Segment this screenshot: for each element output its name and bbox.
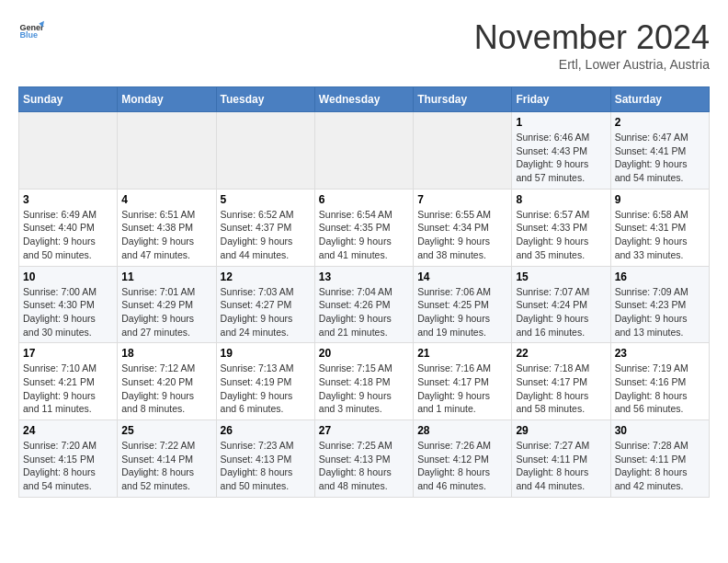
day-number: 13 [319,270,409,283]
calendar-cell: 17Sunrise: 7:10 AMSunset: 4:21 PMDayligh… [19,343,118,420]
day-info: Sunrise: 7:18 AMSunset: 4:17 PMDaylight:… [516,362,606,416]
day-info: Sunrise: 6:46 AMSunset: 4:43 PMDaylight:… [516,131,606,185]
header-wednesday: Wednesday [314,87,413,112]
day-info: Sunrise: 6:47 AMSunset: 4:41 PMDaylight:… [615,131,705,185]
day-info: Sunrise: 7:06 AMSunset: 4:25 PMDaylight:… [417,285,507,339]
header-sunday: Sunday [19,87,118,112]
calendar-cell: 6Sunrise: 6:54 AMSunset: 4:35 PMDaylight… [314,189,413,266]
day-number: 8 [516,193,606,206]
calendar-cell: 19Sunrise: 7:13 AMSunset: 4:19 PMDayligh… [216,343,314,420]
day-info: Sunrise: 6:51 AMSunset: 4:38 PMDaylight:… [121,208,211,262]
day-number: 28 [417,424,507,437]
day-number: 23 [615,347,705,360]
calendar-cell: 11Sunrise: 7:01 AMSunset: 4:29 PMDayligh… [118,266,216,343]
calendar-cell: 23Sunrise: 7:19 AMSunset: 4:16 PMDayligh… [610,343,709,420]
calendar-header: Sunday Monday Tuesday Wednesday Thursday… [19,87,710,112]
calendar-cell: 4Sunrise: 6:51 AMSunset: 4:38 PMDaylight… [118,189,216,266]
day-number: 3 [23,193,113,206]
calendar-cell [414,112,512,190]
day-number: 27 [319,424,409,437]
header-tuesday: Tuesday [216,87,314,112]
page-header: General Blue November 2024 Ertl, Lower A… [18,18,710,72]
calendar-cell [19,112,118,190]
calendar-cell: 16Sunrise: 7:09 AMSunset: 4:23 PMDayligh… [610,266,709,343]
day-info: Sunrise: 7:22 AMSunset: 4:14 PMDaylight:… [121,439,211,493]
day-info: Sunrise: 7:25 AMSunset: 4:13 PMDaylight:… [319,439,409,493]
day-number: 11 [121,270,211,283]
day-number: 15 [516,270,606,283]
day-info: Sunrise: 7:03 AMSunset: 4:27 PMDaylight:… [221,285,311,339]
day-number: 25 [121,424,211,437]
day-info: Sunrise: 6:54 AMSunset: 4:35 PMDaylight:… [319,208,409,262]
calendar-cell: 30Sunrise: 7:28 AMSunset: 4:11 PMDayligh… [610,420,709,498]
day-number: 12 [221,270,311,283]
day-number: 19 [221,347,311,360]
calendar-cell: 13Sunrise: 7:04 AMSunset: 4:26 PMDayligh… [314,266,413,343]
day-number: 20 [319,347,409,360]
calendar-cell: 10Sunrise: 7:00 AMSunset: 4:30 PMDayligh… [19,266,118,343]
day-number: 29 [516,424,606,437]
day-info: Sunrise: 7:16 AMSunset: 4:17 PMDaylight:… [417,362,507,416]
day-number: 4 [121,193,211,206]
calendar-cell: 25Sunrise: 7:22 AMSunset: 4:14 PMDayligh… [118,420,216,498]
calendar-cell [216,112,314,190]
calendar-cell: 18Sunrise: 7:12 AMSunset: 4:20 PMDayligh… [118,343,216,420]
calendar-cell: 9Sunrise: 6:58 AMSunset: 4:31 PMDaylight… [610,189,709,266]
day-info: Sunrise: 7:26 AMSunset: 4:12 PMDaylight:… [417,439,507,493]
calendar-cell: 20Sunrise: 7:15 AMSunset: 4:18 PMDayligh… [314,343,413,420]
calendar-table: Sunday Monday Tuesday Wednesday Thursday… [18,86,710,498]
day-info: Sunrise: 6:52 AMSunset: 4:37 PMDaylight:… [221,208,311,262]
day-info: Sunrise: 7:19 AMSunset: 4:16 PMDaylight:… [615,362,705,416]
location-subtitle: Ertl, Lower Austria, Austria [474,57,710,72]
header-thursday: Thursday [414,87,512,112]
day-info: Sunrise: 7:09 AMSunset: 4:23 PMDaylight:… [615,285,705,339]
day-info: Sunrise: 7:27 AMSunset: 4:11 PMDaylight:… [516,439,606,493]
day-info: Sunrise: 7:23 AMSunset: 4:13 PMDaylight:… [221,439,311,493]
header-monday: Monday [118,87,216,112]
calendar-cell: 14Sunrise: 7:06 AMSunset: 4:25 PMDayligh… [414,266,512,343]
day-number: 16 [615,270,705,283]
day-number: 21 [417,347,507,360]
calendar-cell: 2Sunrise: 6:47 AMSunset: 4:41 PMDaylight… [610,112,709,190]
header-row: Sunday Monday Tuesday Wednesday Thursday… [19,87,710,112]
day-number: 24 [23,424,113,437]
calendar-cell: 12Sunrise: 7:03 AMSunset: 4:27 PMDayligh… [216,266,314,343]
calendar-week-3: 10Sunrise: 7:00 AMSunset: 4:30 PMDayligh… [19,266,710,343]
month-title: November 2024 [474,18,710,57]
day-number: 7 [417,193,507,206]
day-info: Sunrise: 7:10 AMSunset: 4:21 PMDaylight:… [23,362,113,416]
day-info: Sunrise: 7:12 AMSunset: 4:20 PMDaylight:… [121,362,211,416]
day-number: 14 [417,270,507,283]
day-number: 18 [121,347,211,360]
day-info: Sunrise: 6:55 AMSunset: 4:34 PMDaylight:… [417,208,507,262]
calendar-cell: 27Sunrise: 7:25 AMSunset: 4:13 PMDayligh… [314,420,413,498]
day-number: 10 [23,270,113,283]
calendar-cell: 28Sunrise: 7:26 AMSunset: 4:12 PMDayligh… [414,420,512,498]
calendar-cell: 26Sunrise: 7:23 AMSunset: 4:13 PMDayligh… [216,420,314,498]
day-info: Sunrise: 7:13 AMSunset: 4:19 PMDaylight:… [221,362,311,416]
day-number: 17 [23,347,113,360]
day-number: 2 [615,116,705,129]
calendar-cell: 21Sunrise: 7:16 AMSunset: 4:17 PMDayligh… [414,343,512,420]
header-friday: Friday [512,87,610,112]
day-info: Sunrise: 7:04 AMSunset: 4:26 PMDaylight:… [319,285,409,339]
calendar-week-2: 3Sunrise: 6:49 AMSunset: 4:40 PMDaylight… [19,189,710,266]
day-info: Sunrise: 7:07 AMSunset: 4:24 PMDaylight:… [516,285,606,339]
calendar-body: 1Sunrise: 6:46 AMSunset: 4:43 PMDaylight… [19,112,710,498]
day-number: 22 [516,347,606,360]
day-info: Sunrise: 6:57 AMSunset: 4:33 PMDaylight:… [516,208,606,262]
calendar-cell: 3Sunrise: 6:49 AMSunset: 4:40 PMDaylight… [19,189,118,266]
day-info: Sunrise: 7:00 AMSunset: 4:30 PMDaylight:… [23,285,113,339]
calendar-cell: 1Sunrise: 6:46 AMSunset: 4:43 PMDaylight… [512,112,610,190]
calendar-cell [314,112,413,190]
day-number: 30 [615,424,705,437]
calendar-cell: 5Sunrise: 6:52 AMSunset: 4:37 PMDaylight… [216,189,314,266]
calendar-cell: 15Sunrise: 7:07 AMSunset: 4:24 PMDayligh… [512,266,610,343]
day-info: Sunrise: 6:58 AMSunset: 4:31 PMDaylight:… [615,208,705,262]
calendar-cell: 8Sunrise: 6:57 AMSunset: 4:33 PMDaylight… [512,189,610,266]
day-info: Sunrise: 7:01 AMSunset: 4:29 PMDaylight:… [121,285,211,339]
calendar-cell [118,112,216,190]
svg-text:Blue: Blue [19,30,38,40]
calendar-cell: 7Sunrise: 6:55 AMSunset: 4:34 PMDaylight… [414,189,512,266]
title-block: November 2024 Ertl, Lower Austria, Austr… [474,18,710,72]
